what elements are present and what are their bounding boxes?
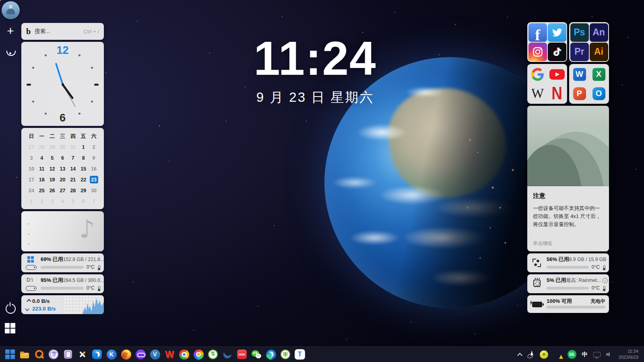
ime-indicator[interactable]: 中 bbox=[582, 351, 588, 358]
calendar-day[interactable]: 3 bbox=[27, 154, 35, 162]
clipboard-app-icon[interactable] bbox=[63, 349, 73, 360]
calendar-day[interactable]: 22 bbox=[79, 176, 88, 183]
calendar-widget[interactable]: 日一二三四五六272829303112345678910111213141516… bbox=[21, 128, 104, 209]
calendar-day[interactable]: 28 bbox=[37, 143, 46, 151]
calendar-day[interactable]: 10 bbox=[27, 165, 35, 173]
temp-badge-icon[interactable]: 55 bbox=[568, 350, 576, 359]
excel-shortcut[interactable]: X bbox=[590, 65, 608, 84]
calendar-day[interactable]: 4 bbox=[58, 197, 67, 205]
edge-icon[interactable] bbox=[266, 349, 276, 360]
tray-clock[interactable]: 11:24 2023/9/23 bbox=[619, 348, 638, 360]
red-box-app-icon[interactable]: HGR bbox=[237, 349, 247, 360]
calendar-day[interactable]: 29 bbox=[79, 187, 88, 194]
v2rayn-icon[interactable]: V bbox=[150, 349, 160, 360]
color-wheel-app-icon[interactable] bbox=[193, 349, 204, 360]
firefox-icon[interactable] bbox=[121, 349, 131, 360]
calendar-day[interactable]: 31 bbox=[69, 143, 77, 151]
search-bar[interactable]: 搜索... Ctrl + / bbox=[21, 23, 104, 40]
analog-clock-widget[interactable]: 12 6 bbox=[21, 42, 104, 126]
disk-d-widget[interactable]: D:\ 95% 已用 284.5 GB / 300.0... 0°C bbox=[21, 274, 104, 293]
avatar[interactable] bbox=[2, 1, 20, 19]
calendar-day-selected[interactable]: 23 bbox=[90, 176, 98, 183]
green-ring-app-icon[interactable] bbox=[280, 349, 291, 360]
word-shortcut[interactable]: W bbox=[570, 65, 589, 84]
calendar-day[interactable]: 13 bbox=[58, 165, 67, 173]
calendar-day[interactable]: 14 bbox=[69, 165, 77, 173]
calendar-day[interactable]: 25 bbox=[37, 187, 46, 194]
calendar-day[interactable]: 4 bbox=[37, 154, 46, 162]
wikipedia-shortcut[interactable]: W bbox=[528, 84, 547, 103]
youtube-shortcut[interactable] bbox=[548, 65, 566, 84]
calendar-day[interactable]: 2 bbox=[90, 143, 98, 151]
calendar-day[interactable]: 18 bbox=[37, 176, 46, 183]
calendar-day[interactable]: 28 bbox=[69, 187, 77, 194]
cpu-widget[interactable]: 5% 已用 最高: Rainmet... 0°C bbox=[527, 274, 609, 293]
calendar-day[interactable]: 27 bbox=[27, 143, 35, 151]
blue-cat-app-icon[interactable] bbox=[92, 349, 102, 360]
calendar-day[interactable]: 24 bbox=[27, 187, 35, 194]
instagram-shortcut[interactable] bbox=[528, 43, 547, 61]
windows-flag-icon[interactable] bbox=[5, 323, 16, 334]
animate-shortcut[interactable]: An bbox=[590, 23, 608, 42]
monitor-tray-icon[interactable] bbox=[593, 352, 601, 357]
calendar-day[interactable]: 30 bbox=[90, 187, 98, 194]
info-icon[interactable] bbox=[603, 278, 608, 283]
plus-ball-tray-icon[interactable]: + bbox=[540, 350, 548, 359]
facebook-shortcut[interactable]: f bbox=[528, 23, 547, 42]
orange-search-icon[interactable] bbox=[34, 349, 44, 360]
notice-continue-link[interactable]: 单击继续 bbox=[533, 240, 552, 247]
purple-glasses-app-icon[interactable] bbox=[135, 349, 146, 360]
purple-ring-app-icon[interactable] bbox=[48, 349, 59, 360]
calendar-day[interactable]: 3 bbox=[48, 197, 56, 205]
calendar-day[interactable]: 9 bbox=[90, 154, 98, 162]
powerpoint-shortcut[interactable]: P bbox=[570, 84, 589, 103]
ram-widget[interactable]: 56% 已用 8.9 GB / 15.9 GB 0°C bbox=[527, 253, 609, 272]
illustrator-shortcut[interactable]: Ai bbox=[590, 43, 608, 61]
notice-panel[interactable]: 注意 一些设备可能不支持其中的一些功能。切换至 4x1 尺寸后，将仅显示音量控制… bbox=[527, 186, 609, 251]
calendar-day[interactable]: 11 bbox=[37, 165, 46, 173]
calendar-day[interactable]: 1 bbox=[79, 143, 88, 151]
add-widget-icon[interactable]: + bbox=[6, 27, 15, 36]
calendar-day[interactable]: 1 bbox=[27, 197, 35, 205]
file-explorer-icon[interactable] bbox=[19, 349, 30, 360]
outlook-shortcut[interactable]: O bbox=[590, 84, 608, 103]
netflix-shortcut[interactable]: N bbox=[548, 84, 566, 103]
defender-shield-icon[interactable] bbox=[554, 350, 562, 358]
calendar-day[interactable]: 17 bbox=[27, 176, 35, 183]
premiere-shortcut[interactable]: Pr bbox=[570, 43, 589, 61]
cross-tools-app-icon[interactable] bbox=[77, 349, 88, 360]
calendar-day[interactable]: 15 bbox=[79, 165, 88, 173]
calendar-day[interactable]: 16 bbox=[90, 165, 98, 173]
calendar-day[interactable]: 19 bbox=[48, 176, 56, 183]
calendar-day[interactable]: 26 bbox=[48, 187, 56, 194]
calendar-day[interactable]: 12 bbox=[48, 165, 56, 173]
power-icon[interactable] bbox=[5, 302, 16, 313]
cursor-tray-icon[interactable] bbox=[528, 351, 534, 358]
photoshop-shortcut[interactable]: Ps bbox=[570, 23, 589, 42]
calendar-day[interactable]: 2 bbox=[37, 197, 46, 205]
network-widget[interactable]: 0.0 B/s 223.0 B/s bbox=[21, 295, 104, 314]
calendar-day[interactable]: 27 bbox=[58, 187, 67, 194]
windows-start-icon[interactable] bbox=[5, 349, 15, 360]
calendar-day[interactable]: 30 bbox=[58, 143, 67, 151]
twitter-shortcut[interactable] bbox=[548, 23, 566, 42]
disk-c-widget[interactable]: 69% 已用 152.8 GB / 221.8... 0°C bbox=[21, 253, 104, 272]
wps-office-icon[interactable]: W bbox=[164, 349, 175, 360]
calendar-day[interactable]: 5 bbox=[69, 197, 77, 205]
blue-swoosh-app-icon[interactable] bbox=[222, 349, 233, 360]
calendar-day[interactable]: 8 bbox=[79, 154, 88, 162]
chrome-icon[interactable] bbox=[179, 349, 189, 360]
calendar-day[interactable]: 7 bbox=[69, 154, 77, 162]
calendar-day[interactable]: 7 bbox=[90, 197, 98, 205]
calendar-day[interactable]: 29 bbox=[48, 143, 56, 151]
green-sync-app-icon[interactable] bbox=[208, 349, 218, 360]
tencent-meeting-icon[interactable]: T bbox=[295, 349, 305, 360]
music-widget[interactable]: - - - bbox=[21, 211, 104, 251]
calendar-day[interactable]: 21 bbox=[69, 176, 77, 183]
battery-widget[interactable]: 100% 可用 充电中 bbox=[527, 295, 609, 313]
wechat-icon[interactable] bbox=[251, 349, 262, 360]
calendar-day[interactable]: 6 bbox=[58, 154, 67, 162]
calendar-day[interactable]: 6 bbox=[79, 197, 88, 205]
speaker-tray-icon[interactable] bbox=[606, 352, 613, 358]
calendar-day[interactable]: 5 bbox=[48, 154, 56, 162]
